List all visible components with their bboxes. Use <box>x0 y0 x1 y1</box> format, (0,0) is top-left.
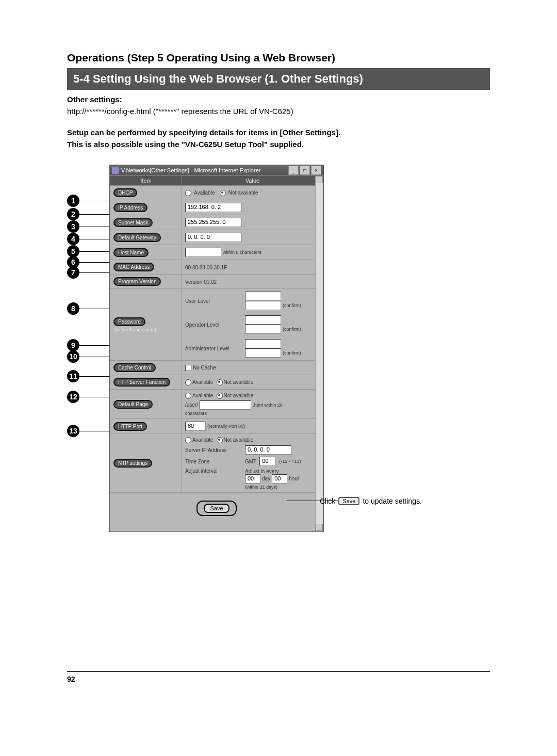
dhcp-available-radio[interactable] <box>185 190 191 196</box>
ntp-available-radio[interactable] <box>185 437 191 443</box>
pw-admin-confirm[interactable] <box>245 348 281 358</box>
ntp-notavailable-radio[interactable] <box>217 437 223 443</box>
scroll-down-icon[interactable] <box>316 524 323 531</box>
ie-window: V.Networks[Other Settings] - Microsoft I… <box>109 165 324 532</box>
badge-11: 11 <box>67 370 79 382</box>
save-button[interactable]: Save <box>204 504 229 513</box>
col-value: Value <box>182 176 323 186</box>
ip-field[interactable]: 192.168. 0. 2 <box>185 203 242 212</box>
ftp-available-radio[interactable] <box>185 379 191 385</box>
window-titlebar: V.Networks[Other Settings] - Microsoft I… <box>110 165 323 175</box>
section-title-bar: 5-4 Setting Using the Web Browser (1. Ot… <box>67 68 490 90</box>
ntp-day-field[interactable]: 00 <box>245 474 260 484</box>
chapter-heading: Operations (Step 5 Operating Using a Web… <box>67 52 490 64</box>
label-ip: IP Address <box>113 203 148 212</box>
scrollbar[interactable] <box>315 176 323 531</box>
screenshot-figure: 1 2 3 4 5 6 7 8 9 10 11 12 13 <box>83 165 444 532</box>
badge-8: 8 <box>67 302 79 315</box>
label-password: Password <box>113 317 145 326</box>
maximize-button[interactable]: □ <box>300 166 310 175</box>
dhcp-notavailable-radio[interactable] <box>220 190 226 196</box>
label-defaultpage: Default Page <box>113 400 153 409</box>
host-field[interactable] <box>185 248 221 257</box>
label-host: Host Name <box>113 248 149 257</box>
scroll-up-icon[interactable] <box>316 176 323 183</box>
ie-icon <box>112 167 119 174</box>
save-callout: Click Save to update settings. <box>320 497 422 505</box>
label-subnet: Subnet Mask <box>113 218 153 227</box>
badge-4: 4 <box>67 233 79 245</box>
close-button[interactable]: × <box>311 166 321 175</box>
ftp-notavailable-radio[interactable] <box>217 379 223 385</box>
minimize-button[interactable]: _ <box>288 166 299 175</box>
badge-12: 12 <box>67 391 79 403</box>
ntp-server-field[interactable]: 0. 0. 0. 0 <box>245 445 291 455</box>
label-cache: Cache Control <box>113 363 156 372</box>
label-mac: MAC Address <box>113 263 154 271</box>
pw-admin-field[interactable] <box>245 339 281 348</box>
badge-9: 9 <box>67 339 79 351</box>
badge-2: 2 <box>67 208 79 220</box>
version-value: Version 01.02 <box>185 279 217 285</box>
label-httpport: HTTP Port <box>113 422 147 431</box>
mac-value: 00.80.88.00.30.1F <box>185 265 227 270</box>
defpage-available-radio[interactable] <box>185 393 191 399</box>
label-ntp: NTP settings <box>113 459 152 468</box>
gateway-field[interactable]: 0. 0. 0. 0 <box>185 233 242 242</box>
defpage-field[interactable] <box>200 400 251 410</box>
badge-13: 13 <box>67 425 79 437</box>
httpport-field[interactable]: 80 <box>185 422 206 431</box>
save-button-outer: Save <box>196 501 236 516</box>
badge-1: 1 <box>67 195 79 207</box>
pw-user-field[interactable] <box>245 292 281 301</box>
subheading: Other settings: <box>67 95 490 104</box>
window-title: V.Networks[Other Settings] - Microsoft I… <box>121 167 260 173</box>
save-callout-button: Save <box>338 497 359 505</box>
label-ftp: FTP Server Function <box>113 378 170 387</box>
badge-10: 10 <box>67 350 79 363</box>
label-password-sub: (within 8 characters) <box>113 327 178 332</box>
defpage-notavailable-radio[interactable] <box>217 393 223 399</box>
url-line: http://******/config-e.html ("******" re… <box>67 106 490 117</box>
settings-table: Item Value DHCP Available Not available <box>110 175 323 493</box>
ntp-hour-field[interactable]: 00 <box>272 474 287 484</box>
page-footer: 92 <box>67 671 490 683</box>
pw-op-field[interactable] <box>245 315 281 325</box>
label-version: Program Version <box>113 277 161 286</box>
label-dhcp: DHCP <box>113 188 137 197</box>
nocache-checkbox[interactable] <box>185 365 191 371</box>
pw-user-confirm[interactable] <box>245 301 281 310</box>
setup-note: Setup can be performed by specifying det… <box>67 127 490 150</box>
col-item: Item <box>110 176 182 186</box>
badge-7: 7 <box>67 266 79 279</box>
ntp-tz-field[interactable]: 00 <box>259 457 276 466</box>
pw-op-confirm[interactable] <box>245 325 281 334</box>
badge-3: 3 <box>67 220 79 233</box>
label-gateway: Default Gateway <box>113 233 161 242</box>
subnet-field[interactable]: 255.255.255. 0 <box>185 218 242 227</box>
page-number: 92 <box>67 675 75 683</box>
